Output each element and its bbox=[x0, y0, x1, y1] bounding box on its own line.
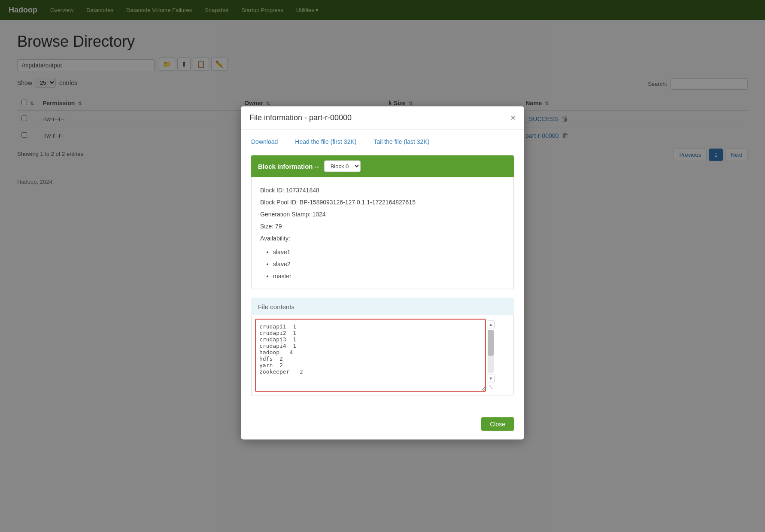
modal-header: File information - part-r-00000 × bbox=[241, 106, 524, 129]
scrollbar-thumb bbox=[488, 330, 494, 356]
block-id: Block ID: 1073741848 bbox=[260, 184, 505, 196]
scrollbar-area: ▲ ▼ ⤡ bbox=[486, 319, 495, 392]
file-textarea[interactable] bbox=[255, 319, 486, 392]
resize-handle: ⤡ bbox=[488, 383, 493, 390]
block-size: Size: 79 bbox=[260, 220, 505, 232]
availability-list: slave1 slave2 master bbox=[273, 246, 505, 282]
tail-file-link[interactable]: Tail the file (last 32K) bbox=[373, 138, 429, 145]
block-details: Block ID: 1073741848 Block Pool ID: BP-1… bbox=[251, 177, 514, 289]
generation-stamp: Generation Stamp: 1024 bbox=[260, 208, 505, 220]
file-contents-inner: ▲ ▼ ⤡ bbox=[252, 315, 513, 395]
block-pool-id: Block Pool ID: BP-1589093126-127.0.1.1-1… bbox=[260, 196, 505, 208]
modal-close-button[interactable]: × bbox=[510, 113, 516, 122]
scroll-up-btn[interactable]: ▲ bbox=[487, 320, 495, 328]
block-select[interactable]: Block 0 bbox=[324, 160, 361, 172]
block-info-label: Block information -- bbox=[258, 162, 319, 170]
file-contents-wrapper: ▲ ▼ ⤡ bbox=[251, 315, 514, 395]
file-info-modal: File information - part-r-00000 × Downlo… bbox=[241, 106, 524, 439]
close-modal-button[interactable]: Close bbox=[481, 417, 514, 431]
scroll-down-btn[interactable]: ▼ bbox=[487, 374, 495, 382]
availability-node-1: slave2 bbox=[273, 258, 505, 270]
modal-title: File information - part-r-00000 bbox=[249, 113, 352, 122]
availability-label: Availability: bbox=[260, 232, 505, 244]
modal-links: Download Head the file (first 32K) Tail … bbox=[251, 138, 514, 145]
modal-body: Download Head the file (first 32K) Tail … bbox=[241, 129, 524, 413]
availability-node-2: master bbox=[273, 270, 505, 282]
download-link[interactable]: Download bbox=[251, 138, 278, 145]
file-contents-header: File contents bbox=[251, 298, 514, 315]
scrollbar-track bbox=[488, 330, 494, 373]
head-file-link[interactable]: Head the file (first 32K) bbox=[295, 138, 356, 145]
modal-footer: Close bbox=[241, 413, 524, 439]
block-info-bar: Block information -- Block 0 bbox=[251, 155, 514, 177]
availability-node-0: slave1 bbox=[273, 246, 505, 258]
